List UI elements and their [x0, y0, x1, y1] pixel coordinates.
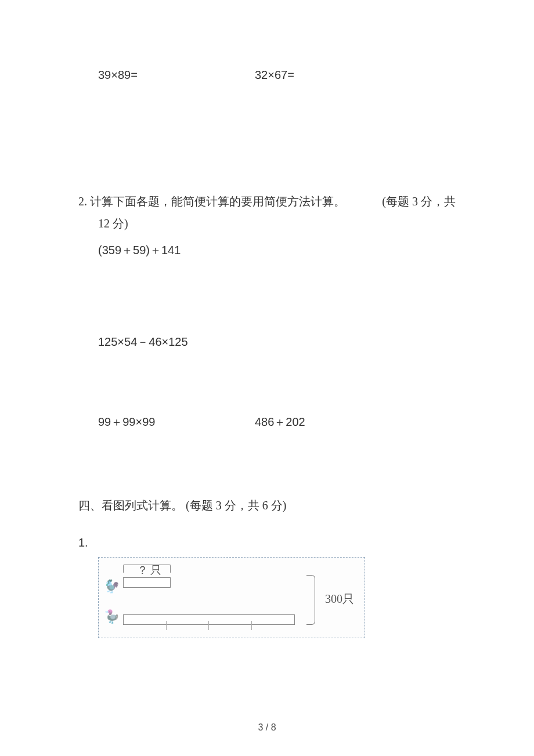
section-2-num: 2.: [78, 195, 87, 208]
figure-row-duck: 🦆: [103, 609, 295, 625]
figure-total-label: 300只: [325, 588, 354, 610]
figure-1: ？只 🐓 🦆 300只: [98, 557, 365, 638]
section-2-prefix: 2. 计算下面各题，能简便计算的要用简便方法计算。: [78, 190, 345, 212]
section-2-score-line2: 12 分): [78, 212, 456, 234]
brace-total-icon: [306, 575, 316, 625]
expression-row-1: 39×89= 32×67=: [78, 64, 456, 86]
expr-99-99x99: 99＋99×99: [98, 411, 255, 433]
tape-small: [123, 577, 171, 588]
section-4-heading: 四、看图列式计算。 (每题 3 分，共 6 分): [78, 494, 456, 516]
expr-125-54-46-125: 125×54－46×125: [78, 331, 456, 353]
section-4-item-1-num: 1.: [78, 531, 456, 554]
section-2-title: 计算下面各题，能简便计算的要用简便方法计算。: [90, 195, 345, 208]
page-footer: 3 / 8: [0, 722, 534, 733]
expr-32x67: 32×67=: [255, 64, 294, 86]
figure-row-rooster: 🐓: [103, 573, 171, 595]
figure-1-box: ？只 🐓 🦆 300只: [98, 557, 365, 638]
duck-icon: 🦆: [103, 609, 120, 625]
expr-39x89: 39×89=: [98, 64, 255, 86]
rooster-icon: 🐓: [103, 578, 120, 595]
section-2-heading: 2. 计算下面各题，能简便计算的要用简便方法计算。 (每题 3 分，共: [78, 190, 456, 212]
tape-large: [123, 614, 295, 625]
section-2-score: (每题 3 分，共: [382, 190, 456, 212]
expr-359-59-141: (359＋59)＋141: [78, 239, 456, 261]
expr-486-202: 486＋202: [255, 411, 305, 433]
expression-row-3: 99＋99×99 486＋202: [78, 411, 456, 433]
